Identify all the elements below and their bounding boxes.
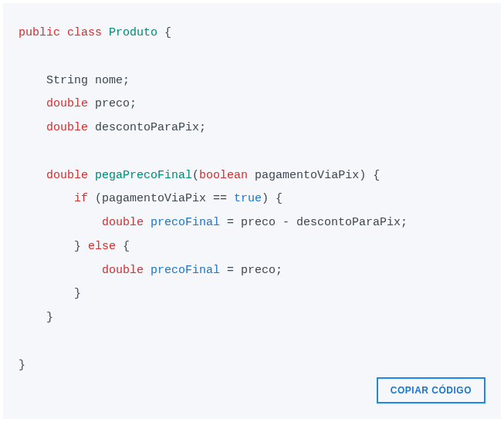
code-content: public class Produto { String nome; doub… xyxy=(19,22,485,377)
code-block-container: public class Produto { String nome; doub… xyxy=(3,3,501,419)
copy-code-button[interactable]: COPIAR CÓDIGO xyxy=(377,377,485,403)
